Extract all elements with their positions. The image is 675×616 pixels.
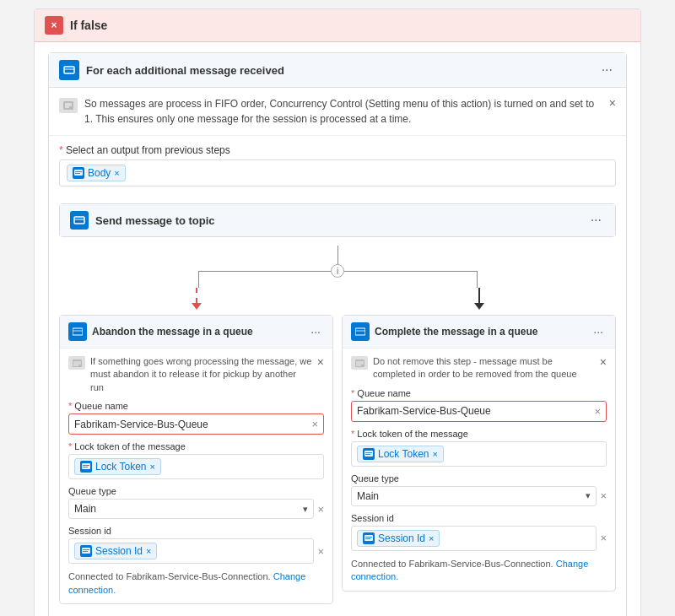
complete-lock-tag-close[interactable]: × xyxy=(433,449,438,459)
select-output-input[interactable]: Body × xyxy=(59,159,616,186)
abandon-body: If something goes wrong processing the m… xyxy=(60,349,332,603)
info-text: So messages are process in FIFO order, C… xyxy=(84,96,602,127)
branch-connectors: i xyxy=(59,246,616,288)
complete-qtype-select[interactable]: Main ▾ xyxy=(351,486,597,506)
send-message-dots-button[interactable]: ··· xyxy=(587,213,605,228)
svg-rect-23 xyxy=(355,328,365,335)
complete-lock-input[interactable]: Lock Token × xyxy=(351,441,607,467)
body-tag: Body × xyxy=(67,165,126,181)
complete-connected: Connected to Fabrikam-Service-Bus-Connec… xyxy=(351,558,607,584)
abandon-session-input[interactable]: Session Id × xyxy=(68,538,314,564)
abandon-lock-tag-icon xyxy=(80,461,92,473)
complete-session-tag-close[interactable]: × xyxy=(429,533,434,543)
svg-rect-11 xyxy=(73,328,83,335)
arrow-head-red xyxy=(192,303,202,310)
complete-lock-label: * Lock token of the message xyxy=(351,429,607,439)
foreach-title: For each additional message received xyxy=(86,64,591,77)
right-solid-arrow xyxy=(474,288,484,310)
abandon-desc-row: If something goes wrong processing the m… xyxy=(68,355,324,394)
svg-rect-20 xyxy=(82,548,90,554)
arrow-head-black xyxy=(474,303,484,310)
complete-queue-input[interactable]: × xyxy=(351,401,607,422)
complete-lock-tag-label: Lock Token xyxy=(378,448,429,460)
complete-session-input[interactable]: Session Id × xyxy=(351,526,597,551)
info-close-button[interactable]: × xyxy=(609,96,616,110)
abandon-lock-input[interactable]: Lock Token × xyxy=(68,454,324,479)
abandon-session-tag-icon xyxy=(80,545,92,557)
abandon-card: Abandon the message in a queue ··· xyxy=(59,315,333,604)
body-tag-icon xyxy=(73,167,84,179)
abandon-desc-close[interactable]: × xyxy=(317,355,324,369)
complete-qtype-chevron: ▾ xyxy=(586,490,591,501)
if-false-header: × If false xyxy=(35,9,640,42)
complete-queue-row: * Queue name × xyxy=(351,388,607,422)
left-dashed-arrow xyxy=(192,288,202,310)
complete-dots-button[interactable]: ··· xyxy=(590,325,607,338)
abandon-lock-row: * Lock token of the message xyxy=(68,441,324,479)
send-message-header: Send message to topic ··· xyxy=(60,204,615,236)
abandon-session-tag-label: Session Id xyxy=(95,545,143,557)
send-message-block: Send message to topic ··· xyxy=(59,203,616,237)
content-area: For each additional message received ···… xyxy=(35,42,640,616)
abandon-queue-clear[interactable]: × xyxy=(311,418,318,430)
complete-title: Complete the message in a queue xyxy=(375,326,585,338)
complete-header: Complete the message in a queue ··· xyxy=(343,316,615,349)
svg-rect-13 xyxy=(73,359,82,367)
complete-qtype-row: Queue type Main ▾ × xyxy=(351,473,607,506)
abandon-queue-row: * Queue name × xyxy=(68,401,324,435)
foreach-block: For each additional message received ···… xyxy=(48,52,627,616)
if-false-title: If false xyxy=(70,19,107,32)
svg-rect-9 xyxy=(74,217,84,224)
right-arrow-container xyxy=(342,288,616,310)
abandon-session-tag: Session Id × xyxy=(74,543,157,559)
abandon-qtype-label: Queue type xyxy=(68,486,324,496)
complete-qtype-clear[interactable]: × xyxy=(600,489,607,502)
body-tag-close[interactable]: × xyxy=(114,168,119,178)
abandon-dots-button[interactable]: ··· xyxy=(307,325,324,338)
svg-rect-6 xyxy=(74,170,83,176)
abandon-session-tag-close[interactable]: × xyxy=(146,546,151,556)
abandon-lock-label: * Lock token of the message xyxy=(68,441,324,451)
arrows-row xyxy=(59,288,616,310)
v-right-down xyxy=(477,271,478,288)
abandon-queue-field[interactable] xyxy=(74,419,311,430)
complete-qtype-dropdown-row: Main ▾ × xyxy=(351,486,607,506)
complete-desc-close[interactable]: × xyxy=(600,355,607,369)
abandon-session-label: Session id xyxy=(68,526,324,536)
abandon-lock-tag: Lock Token × xyxy=(74,458,161,475)
complete-desc-icon xyxy=(351,356,368,370)
abandon-queue-label: * Queue name xyxy=(68,401,324,411)
abandon-desc: If something goes wrong processing the m… xyxy=(90,355,312,394)
abandon-session-clear[interactable]: × xyxy=(317,545,324,558)
foreach-dots-button[interactable]: ··· xyxy=(598,62,616,78)
complete-queue-field[interactable] xyxy=(357,405,594,417)
foreach-header: For each additional message received ··· xyxy=(49,53,626,88)
abandon-header: Abandon the message in a queue ··· xyxy=(60,316,332,349)
two-col-cards: Abandon the message in a queue ··· xyxy=(59,315,616,604)
abandon-qtype-chevron: ▾ xyxy=(303,504,308,515)
complete-lock-tag: Lock Token × xyxy=(357,446,444,462)
foreach-icon xyxy=(59,60,79,80)
complete-card-col: Complete the message in a queue ··· xyxy=(342,315,616,592)
branch-info-icon: i xyxy=(331,264,344,278)
abandon-lock-tag-close[interactable]: × xyxy=(150,462,155,472)
complete-card: Complete the message in a queue ··· xyxy=(342,315,616,592)
complete-session-row: Session id xyxy=(351,513,607,551)
complete-body: Do not remove this step - message must b… xyxy=(343,349,615,591)
abandon-icon xyxy=(68,322,87,341)
abandon-qtype-select[interactable]: Main ▾ xyxy=(68,499,314,519)
abandon-session-row: Session id xyxy=(68,526,324,564)
close-button[interactable]: × xyxy=(45,16,63,35)
abandon-queue-input[interactable]: × xyxy=(68,413,324,435)
abandon-qtype-clear[interactable]: × xyxy=(317,503,324,516)
complete-lock-tag-icon xyxy=(363,448,375,460)
complete-queue-label: * Queue name xyxy=(351,388,607,398)
complete-session-label: Session id xyxy=(351,513,607,523)
complete-qtype-label: Queue type xyxy=(351,473,607,484)
info-icon xyxy=(59,98,78,113)
complete-session-clear[interactable]: × xyxy=(600,532,607,544)
complete-queue-clear[interactable]: × xyxy=(594,405,601,418)
body-tag-label: Body xyxy=(88,167,111,179)
select-output-label: * Select an output from previous steps xyxy=(59,144,616,156)
abandon-desc-icon xyxy=(68,356,85,370)
